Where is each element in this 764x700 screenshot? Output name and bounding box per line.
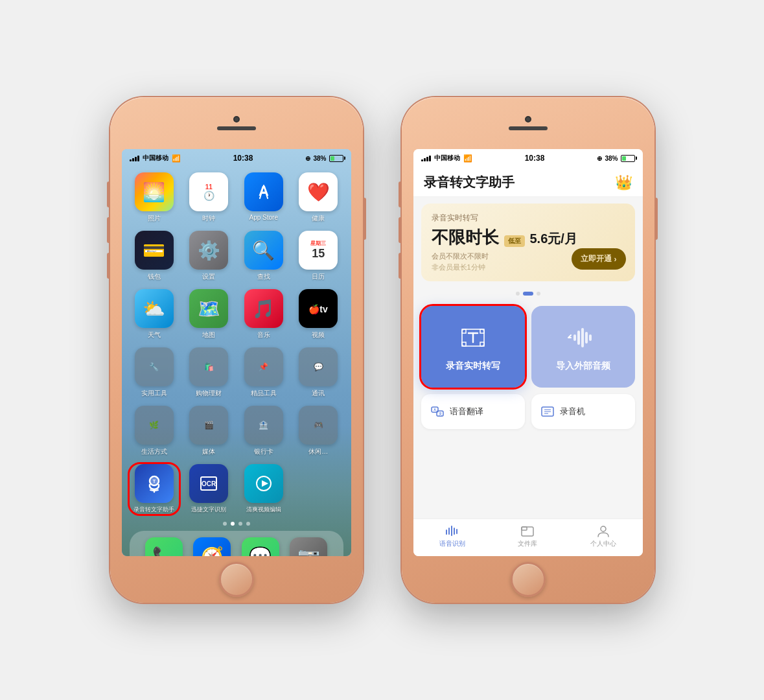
promo-btn-arrow: › xyxy=(614,255,617,264)
find-icon: 🔍 xyxy=(244,231,283,270)
voice-transcribe-label: 录音转文字助手 xyxy=(133,506,174,514)
tab-profile-icon xyxy=(596,524,611,537)
phone-bottom-2 xyxy=(511,556,546,603)
app-maps[interactable]: 🗺️ 地图 xyxy=(184,289,234,340)
weather-icon: ⛅ xyxy=(135,289,174,328)
card-dot-3 xyxy=(537,292,540,296)
dock-1: 📞 🧭 💬 📷 xyxy=(130,531,343,556)
translate-icon: A 文 xyxy=(430,404,445,419)
dock-camera[interactable]: 📷 xyxy=(290,537,327,556)
battery-2 xyxy=(621,155,635,162)
speaker-1 xyxy=(217,126,256,130)
tab-files-label: 文件库 xyxy=(518,539,537,548)
card-dots xyxy=(413,292,643,296)
app-leisure-folder[interactable]: 🎮 休闲… xyxy=(294,406,343,456)
realtime-label: 录音实时转写 xyxy=(446,360,500,372)
app-health[interactable]: ❤️ 健康 xyxy=(294,172,343,223)
video-edit-icon xyxy=(244,464,283,503)
page-dots-1 xyxy=(122,522,351,526)
maps-icon: 🗺️ xyxy=(189,289,228,328)
camera-dot-2 xyxy=(525,116,531,122)
card-dot-2 xyxy=(523,292,533,296)
signal-bar-8 xyxy=(429,156,431,161)
lifestyle-folder-label: 生活方式 xyxy=(141,447,167,456)
svg-rect-34 xyxy=(456,529,457,534)
app-shopping-folder[interactable]: 🛍️ 购物理财 xyxy=(184,347,234,398)
messages-icon: 💬 xyxy=(242,537,279,556)
promo-price: 5.6元/月 xyxy=(530,230,577,248)
app-settings[interactable]: ⚙️ 设置 xyxy=(184,231,234,281)
app-tv[interactable]: 🍎tv 视频 xyxy=(294,289,343,340)
promo-card[interactable]: 录音实时转写 不限时长 低至 5.6元/月 会员不限次不限时 非会员最长1分钟 … xyxy=(421,204,635,281)
app-grid: 🌅 照片 11 🕐 时钟 A xyxy=(122,167,351,519)
app-photos[interactable]: 🌅 照片 xyxy=(130,172,179,223)
svg-rect-33 xyxy=(454,528,455,535)
ocr-label: 迅捷文字识别 xyxy=(191,506,226,514)
home-button-2[interactable] xyxy=(511,562,546,597)
app-media-folder[interactable]: 🎬 媒体 xyxy=(184,406,234,456)
dot-1 xyxy=(223,522,227,526)
carrier-1: 中国移动 xyxy=(143,154,168,163)
home-button-1[interactable] xyxy=(219,562,254,597)
find-label: 查找 xyxy=(257,272,270,281)
svg-rect-21 xyxy=(589,334,592,341)
maps-label: 地图 xyxy=(202,331,215,340)
battery-1 xyxy=(329,155,343,162)
tools-folder-label: 实用工具 xyxy=(141,389,167,398)
app-wallet[interactable]: 💳 钱包 xyxy=(130,231,179,281)
battery-text-1: 38% xyxy=(313,155,326,162)
phone-top-1 xyxy=(110,97,363,149)
app-music[interactable]: 🎵 音乐 xyxy=(239,289,289,340)
app-clock[interactable]: 11 🕐 时钟 xyxy=(184,172,234,223)
dock-safari[interactable]: 🧭 xyxy=(193,537,231,556)
calendar-label: 日历 xyxy=(312,272,325,281)
dock-phone[interactable]: 📞 xyxy=(145,537,183,556)
voice-translate-button[interactable]: A 文 语音翻译 xyxy=(421,394,525,429)
status-bar-1: 中国移动 📶 10:38 ⊕ 38% xyxy=(122,149,351,167)
shopping-folder-icon: 🛍️ xyxy=(189,347,228,386)
app-appstore[interactable]: A App Store xyxy=(239,172,289,223)
app-video-edit[interactable]: 清爽视频编辑 xyxy=(239,464,289,514)
app-find[interactable]: 🔍 查找 xyxy=(239,231,289,281)
main-buttons-grid: 录音实时转写 xyxy=(413,299,643,394)
tab-files[interactable]: 文件库 xyxy=(518,524,537,548)
secondary-buttons-grid: A 文 语音翻译 录音机 xyxy=(413,394,643,436)
app-ocr[interactable]: OCR 迅捷文字识别 xyxy=(184,464,234,514)
tab-bar: 语音识别 文件库 xyxy=(413,519,643,556)
utility-folder-label: 精品工具 xyxy=(251,389,277,398)
app-comm-folder[interactable]: 💬 通讯 xyxy=(294,347,343,398)
signal-bars-2 xyxy=(421,155,431,161)
svg-rect-35 xyxy=(522,527,533,536)
ocr-icon: OCR xyxy=(189,464,228,503)
svg-rect-18 xyxy=(577,331,580,345)
svg-rect-36 xyxy=(522,527,527,530)
bank-folder-icon: 🏦 xyxy=(244,406,283,445)
realtime-transcribe-button[interactable]: 录音实时转写 xyxy=(421,306,525,388)
voice-icon: T xyxy=(135,464,174,503)
promo-activate-button[interactable]: 立即开通 › xyxy=(572,248,626,270)
dock-messages[interactable]: 💬 xyxy=(242,537,279,556)
promo-main-text: 不限时长 xyxy=(432,226,499,249)
recorder-button[interactable]: 录音机 xyxy=(531,394,635,429)
app-lifestyle-folder[interactable]: 🌿 生活方式 xyxy=(130,406,179,456)
comm-folder-icon: 💬 xyxy=(299,347,338,386)
shopping-folder-label: 购物理财 xyxy=(196,389,222,398)
tab-voice-label: 语音识别 xyxy=(439,539,465,548)
app-header: 录音转文字助手 👑 xyxy=(413,167,643,197)
app-tools-folder[interactable]: 🔧 实用工具 xyxy=(130,347,179,398)
app-calendar[interactable]: 星期三 15 日历 xyxy=(294,231,343,281)
tab-voice[interactable]: 语音识别 xyxy=(439,524,465,548)
tab-profile[interactable]: 个人中心 xyxy=(590,524,616,548)
status-bar-2: 中国移动 📶 10:38 ⊕ 38% xyxy=(413,149,643,167)
weather-label: 天气 xyxy=(148,331,161,340)
homescreen: 中国移动 📶 10:38 ⊕ 38% 🌅 照片 xyxy=(122,149,351,556)
import-audio-button[interactable]: 导入外部音频 xyxy=(531,306,635,388)
svg-marker-9 xyxy=(262,480,268,487)
app-screen: 中国移动 📶 10:38 ⊕ 38% 录音转文字助手 👑 录 xyxy=(413,149,643,556)
app-voice-transcribe[interactable]: T 录音转文字助手 xyxy=(130,464,179,514)
media-folder-icon: 🎬 xyxy=(189,406,228,445)
signal-bars-1 xyxy=(130,155,139,161)
app-bank-folder[interactable]: 🏦 银行卡 xyxy=(239,406,289,456)
app-weather[interactable]: ⛅ 天气 xyxy=(130,289,179,340)
app-utility-folder[interactable]: 📌 精品工具 xyxy=(239,347,289,398)
